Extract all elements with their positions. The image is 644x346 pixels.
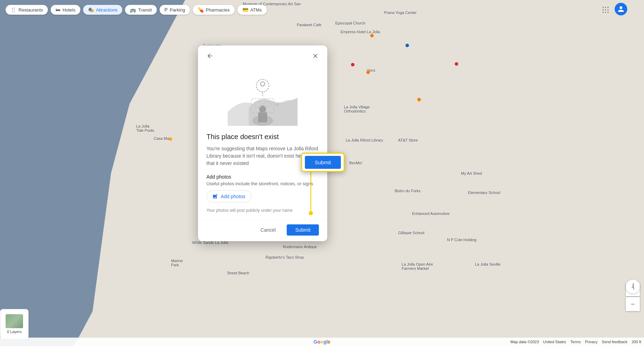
chip-pharmacies[interactable]: 💊 Pharmacies (193, 5, 235, 15)
chip-attractions-label: Attractions (96, 7, 117, 13)
chip-parking-label: Parking (170, 7, 185, 13)
svg-point-0 (603, 7, 604, 8)
send-feedback-link[interactable]: Send feedback (602, 340, 627, 344)
dialog-close-button[interactable] (309, 50, 322, 62)
submit-button[interactable]: Submit (287, 224, 319, 236)
svg-point-4 (605, 9, 606, 10)
map-pin (366, 71, 370, 74)
dialog-content: This place doesn't exist You're suggesti… (198, 133, 327, 220)
pharmacies-icon: 💊 (198, 7, 204, 13)
map-label-bevmo: BevMo! (349, 161, 362, 165)
add-photos-heading: Add photos (206, 174, 319, 180)
map-label-lajolla-seville: La Jolla Seville (475, 262, 500, 266)
dialog-footer: Cancel Submit (198, 220, 327, 241)
map-label-elementary: Elementary School (468, 190, 500, 195)
dialog-title: This place doesn't exist (206, 133, 319, 141)
dialog-description: You're suggesting that Maps remove La Jo… (206, 145, 319, 167)
svg-point-13 (259, 106, 266, 113)
map-label-npc: N P Cole Holding (447, 238, 476, 242)
map-water (0, 0, 185, 346)
chip-transit[interactable]: 🚌 Transit (125, 5, 156, 15)
layers-thumbnail (6, 314, 23, 328)
add-photos-section: Add photos Useful photos include the sto… (206, 174, 319, 202)
restaurants-icon: 🍴 (10, 7, 16, 13)
dialog-back-button[interactable] (204, 50, 216, 62)
attractions-icon: 🎭 (88, 7, 94, 13)
svg-point-8 (608, 12, 609, 13)
layers-label: 0 Layers (7, 330, 22, 334)
map-label-parakeet: Parakeet Cafe (297, 23, 321, 27)
map-label-casama: Casa Ma (154, 136, 169, 140)
chip-atms-label: ATMs (250, 7, 262, 13)
chip-transit-label: Transit (138, 7, 152, 13)
map-label-enhanced: Enhanced Automotive (412, 211, 449, 216)
map-label-rudermann: Rudermann Antique (283, 245, 317, 249)
place-doesnt-exist-dialog: This place doesn't exist You're suggesti… (198, 45, 327, 241)
layers-button[interactable]: 0 Layers (0, 309, 29, 339)
svg-rect-9 (6, 314, 23, 328)
map-label-street: Street Beach (227, 271, 249, 275)
map-label-lajolla-open: La Jolla Open AireFarmers Market (402, 262, 433, 271)
photos-public-note: Your photos will post publicly under you… (206, 208, 319, 213)
add-photos-subtext: Useful photos include the storefront, no… (206, 181, 319, 186)
svg-point-2 (608, 7, 609, 8)
hotels-icon: 🛏 (56, 7, 60, 13)
svg-point-3 (603, 9, 604, 10)
map-pin (405, 44, 409, 47)
top-bar: 🍴 Restaurants 🛏 Hotels 🎭 Attractions 🚌 T… (0, 0, 644, 20)
dialog-illustration (198, 66, 327, 133)
cancel-button[interactable]: Cancel (254, 224, 283, 236)
map-data-text: Map data ©2023 (511, 340, 539, 344)
map-pin (370, 34, 374, 37)
user-avatar[interactable] (615, 3, 627, 15)
parking-icon: P (164, 7, 168, 13)
map-label-episcopal: Episcopal Church (335, 21, 365, 25)
pegman-button[interactable] (626, 280, 640, 294)
svg-rect-12 (258, 112, 267, 122)
svg-point-15 (261, 82, 265, 86)
add-photos-button[interactable]: Add photos (206, 190, 251, 202)
terms-link[interactable]: Terms (570, 340, 581, 344)
map-label-att: AT&T Store (398, 138, 418, 142)
svg-rect-10 (7, 316, 21, 326)
svg-point-5 (608, 9, 609, 10)
dialog-header (198, 45, 327, 66)
chip-parking[interactable]: P Parking (160, 5, 190, 15)
map-label-marine: MarinePark (171, 259, 183, 267)
chip-hotels[interactable]: 🛏 Hotels (51, 5, 80, 15)
svg-point-7 (605, 12, 606, 13)
chip-hotels-label: Hotels (63, 7, 75, 13)
atms-icon: 💳 (242, 7, 248, 13)
map-pin (417, 98, 421, 101)
map-label-riford: La Jolla Riford Library (346, 138, 383, 142)
chip-attractions[interactable]: 🎭 Attractions (83, 5, 122, 15)
chip-atms[interactable]: 💳 ATMs (237, 5, 267, 15)
scale-text: 200 ft (631, 340, 641, 344)
map-pin (455, 62, 458, 66)
svg-point-1 (605, 7, 606, 8)
united-states-text: United States (543, 340, 566, 344)
map-label-rigobertos: Rigoberto's Taco Shop (265, 255, 304, 259)
map-label-myartshed: My Art Shed (461, 171, 482, 175)
map-pin (351, 63, 354, 66)
map-label-tidepools: La JollaTide Pools (136, 124, 154, 132)
bottom-bar: Google Map data ©2023 United States Term… (0, 338, 644, 346)
map-label-orthodontics: La Jolla VillageOrthodontics (344, 105, 370, 113)
svg-point-6 (603, 12, 604, 13)
add-photo-icon (212, 194, 218, 199)
map-label-bistro: Bistro du Forks (395, 189, 420, 193)
privacy-link[interactable]: Privacy (585, 340, 598, 344)
transit-icon: 🚌 (130, 7, 136, 13)
chip-pharmacies-label: Pharmacies (206, 7, 230, 13)
chip-restaurants-label: Restaurants (19, 7, 43, 13)
map-label-empress: Empress Hotel La Jolla (341, 30, 380, 34)
map-label-gillispie: Gillispie School (398, 231, 424, 235)
google-logo: Google (314, 339, 330, 345)
map-pin (169, 137, 172, 141)
add-photos-btn-label: Add photos (221, 194, 246, 199)
chip-restaurants[interactable]: 🍴 Restaurants (6, 5, 48, 15)
grid-button[interactable] (599, 3, 612, 16)
zoom-out-button[interactable]: − (626, 297, 640, 311)
